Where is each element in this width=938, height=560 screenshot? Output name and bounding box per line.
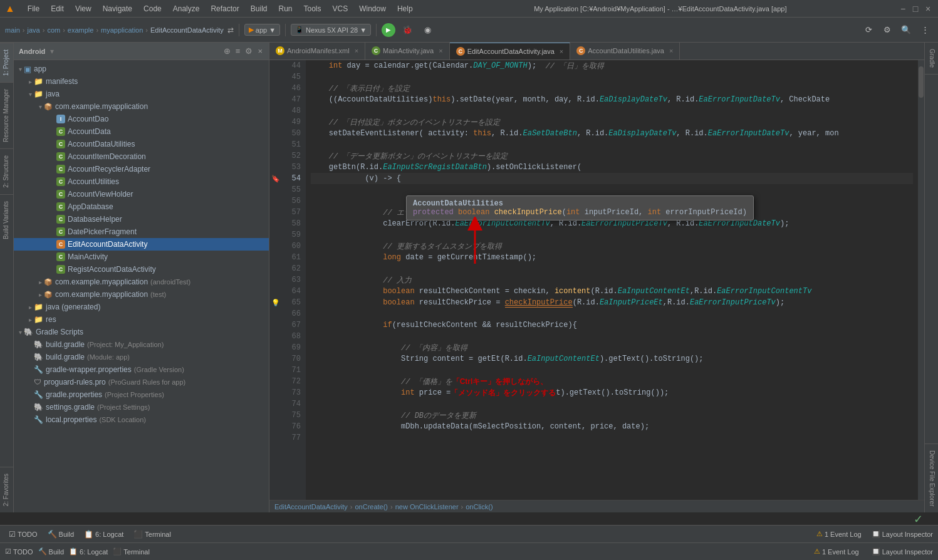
tree-item-app-database[interactable]: C AppDatabase xyxy=(14,200,269,213)
right-tab-device-file-explorer[interactable]: Device File Explorer xyxy=(925,443,938,512)
tab-edit-account-data-activity[interactable]: C EditAccountDataActivity.java × xyxy=(450,43,571,60)
tree-item-settings-gradle[interactable]: 🐘 settings.gradle (Project Settings) xyxy=(14,401,269,413)
menu-run[interactable]: Run xyxy=(273,3,297,14)
menu-window[interactable]: Window xyxy=(354,3,391,14)
menu-code[interactable]: Code xyxy=(138,3,167,14)
tree-item-package-android-test[interactable]: ▸ 📦 com.example.myapplication (androidTe… xyxy=(14,276,269,288)
tree-item-java[interactable]: ▾ 📁 java xyxy=(14,88,269,100)
left-tab-project[interactable]: 1: Project xyxy=(0,43,13,82)
breadcrumb-edit-account[interactable]: EditAccountDataActivity xyxy=(274,503,348,511)
sync-button[interactable]: ⟳ xyxy=(860,22,877,38)
sidebar-collapse-button[interactable]: ≡ xyxy=(234,45,242,57)
menu-edit[interactable]: Edit xyxy=(46,3,69,14)
close-button[interactable]: × xyxy=(923,4,933,14)
tree-item-manifests[interactable]: ▸ 📁 manifests xyxy=(14,75,269,88)
settings-button[interactable]: ⚙ xyxy=(879,22,895,38)
tab-close-manifest[interactable]: × xyxy=(355,47,358,54)
app-dropdown[interactable]: ▶ app ▼ xyxy=(244,24,280,36)
nexus-dropdown[interactable]: 📱 Nexus 5X API 28 ▼ xyxy=(291,24,371,36)
bottom-tab-build[interactable]: 🔨 Build xyxy=(44,529,78,540)
tab-close-edit-account[interactable]: × xyxy=(560,48,563,55)
tree-item-account-dao[interactable]: I AccountDao xyxy=(14,113,269,125)
tree-item-app[interactable]: ▾ ▣ app xyxy=(14,63,269,75)
tree-item-package-main[interactable]: ▾ 📦 com.example.myapplication xyxy=(14,100,269,113)
scrollbar-thumb[interactable] xyxy=(919,66,924,98)
status-build[interactable]: 🔨 Build xyxy=(38,547,64,556)
tab-main-activity[interactable]: C MainActivity.java × xyxy=(365,43,450,60)
left-tab-favorites[interactable]: 2: Favorites xyxy=(0,467,13,512)
menu-vcs[interactable]: VCS xyxy=(328,3,353,14)
breadcrumb-on-click[interactable]: onClick() xyxy=(466,503,492,511)
run-button[interactable]: ▶ xyxy=(382,23,395,37)
left-tab-resource[interactable]: Resource Manager xyxy=(0,82,13,148)
menu-bar[interactable]: File Edit View Navigate Code Analyze Ref… xyxy=(23,3,418,14)
more-button[interactable]: ⋮ xyxy=(917,22,933,38)
status-event-log[interactable]: ⚠ 1 Event Log xyxy=(814,547,859,556)
left-tab-structure[interactable]: 2: Structure xyxy=(0,148,13,194)
tab-close-account-utils[interactable]: × xyxy=(669,47,673,54)
menu-help[interactable]: Help xyxy=(392,3,418,14)
status-logcat[interactable]: 📋 6: Logcat xyxy=(69,547,108,556)
tree-item-date-picker-fragment[interactable]: C DatePickerFragment xyxy=(14,226,269,238)
editor-scrollbar[interactable] xyxy=(918,60,924,500)
bottom-tab-logcat[interactable]: 📋 6: Logcat xyxy=(80,529,127,540)
window-controls[interactable]: − □ × xyxy=(898,4,933,14)
minimize-button[interactable]: − xyxy=(898,4,908,14)
breadcrumb-myapplication[interactable]: myapplication xyxy=(101,26,143,34)
tab-close-main-activity[interactable]: × xyxy=(439,47,442,54)
tree-item-gradle-wrapper[interactable]: 🔧 gradle-wrapper.properties (Gradle Vers… xyxy=(14,363,269,376)
profile-button[interactable]: ◉ xyxy=(419,22,435,38)
tree-item-account-utilities[interactable]: C AccountUtilities xyxy=(14,175,269,188)
tree-item-build-gradle-project[interactable]: 🐘 build.gradle (Project: My_Application) xyxy=(14,338,269,351)
tree-item-main-activity[interactable]: C MainActivity xyxy=(14,251,269,263)
status-layout-inspector[interactable]: 🔲 Layout Inspector xyxy=(872,547,933,556)
breadcrumb-com[interactable]: com xyxy=(47,26,60,34)
menu-tools[interactable]: Tools xyxy=(299,3,326,14)
bottom-tab-todo[interactable]: ☑ TODO xyxy=(5,529,41,540)
sidebar-locate-button[interactable]: ⊕ xyxy=(222,45,232,57)
bottom-tab-terminal[interactable]: ⬛ Terminal xyxy=(130,529,175,540)
sidebar-settings-button[interactable]: ⚙ xyxy=(244,45,254,57)
tree-item-edit-account-data-activity[interactable]: C EditAccountDataActivity xyxy=(14,238,269,251)
tab-android-manifest[interactable]: M AndroidManifest.xml × xyxy=(269,43,365,60)
tree-item-account-data[interactable]: C AccountData xyxy=(14,125,269,138)
tree-item-regist-account-data-activity[interactable]: C RegistAccountDataActivity xyxy=(14,263,269,276)
sidebar-close-button[interactable]: × xyxy=(256,45,264,57)
status-terminal[interactable]: ⬛ Terminal xyxy=(113,547,150,556)
menu-navigate[interactable]: Navigate xyxy=(98,3,137,14)
maximize-button[interactable]: □ xyxy=(910,4,920,14)
breadcrumb-java[interactable]: java xyxy=(28,26,40,34)
tab-account-data-utilities[interactable]: C AccountDataUtilities.java × xyxy=(570,43,680,60)
tree-item-java-generated[interactable]: ▸ 📁 java (generated) xyxy=(14,301,269,313)
debug-button[interactable]: 🐞 xyxy=(399,22,415,38)
menu-analyze[interactable]: Analyze xyxy=(168,3,205,14)
status-todo[interactable]: ☑ TODO xyxy=(5,547,33,556)
code-editor[interactable]: 🔖 💡 xyxy=(269,60,924,500)
breadcrumb-class[interactable]: EditAccountDataActivity xyxy=(150,26,224,34)
breadcrumb-on-create[interactable]: onCreate() xyxy=(355,503,388,511)
menu-build[interactable]: Build xyxy=(246,3,273,14)
bottom-layout-inspector[interactable]: 🔲 Layout Inspector xyxy=(872,530,933,538)
tree-item-local-properties[interactable]: 🔧 local.properties (SDK Location) xyxy=(14,413,269,426)
search-button[interactable]: 🔍 xyxy=(898,22,914,38)
editor-tabs[interactable]: M AndroidManifest.xml × C MainActivity.j… xyxy=(269,43,924,60)
sidebar-dropdown-icon[interactable]: ▾ xyxy=(50,47,54,56)
project-tree[interactable]: ▾ ▣ app ▸ 📁 manifests ▾ 📁 java ▾ 📦 com.e… xyxy=(14,60,269,512)
right-tab-gradle[interactable]: Gradle xyxy=(925,43,938,75)
tree-item-proguard[interactable]: 🛡 proguard-rules.pro (ProGuard Rules for… xyxy=(14,376,269,388)
breadcrumb-example[interactable]: example xyxy=(68,26,94,34)
tree-item-gradle-scripts[interactable]: ▾ 🐘 Gradle Scripts xyxy=(14,326,269,338)
left-tab-build-variants[interactable]: Build Variants xyxy=(0,194,13,246)
tree-item-account-data-utilities[interactable]: C AccountDataUtilities xyxy=(14,138,269,150)
tree-item-database-helper[interactable]: C DatabaseHelper xyxy=(14,213,269,226)
tree-item-account-view-holder[interactable]: C AccountViewHolder xyxy=(14,188,269,200)
tree-item-account-item-decoration[interactable]: C AccountItemDecoration xyxy=(14,150,269,163)
breadcrumb-new-click-listener[interactable]: new OnClickListener xyxy=(395,503,459,511)
tree-item-res[interactable]: ▸ 📁 res xyxy=(14,313,269,326)
tree-item-account-recycler-adapter[interactable]: C AccountRecyclerAdapter xyxy=(14,163,269,175)
tree-item-gradle-properties[interactable]: 🔧 gradle.properties (Project Properties) xyxy=(14,388,269,401)
tree-item-package-test[interactable]: ▸ 📦 com.example.myapplication (test) xyxy=(14,288,269,301)
breadcrumb-main[interactable]: main xyxy=(5,26,20,34)
tree-item-build-gradle-module[interactable]: 🐘 build.gradle (Module: app) xyxy=(14,351,269,363)
bottom-event-log[interactable]: ⚠ 1 Event Log xyxy=(816,530,862,538)
